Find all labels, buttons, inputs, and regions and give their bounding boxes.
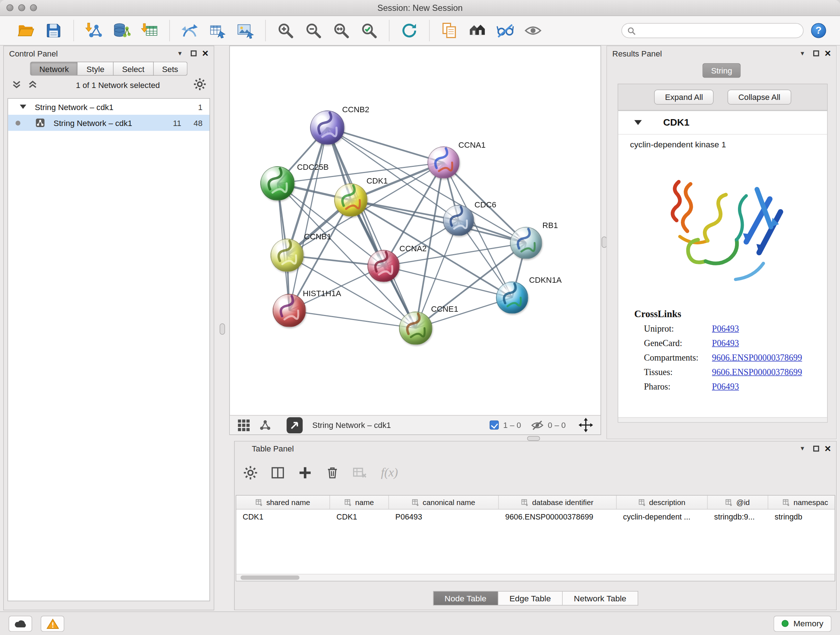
graph-node-cdk1[interactable] bbox=[334, 184, 368, 217]
crosslink-link[interactable]: 9606.ENSP00000378699 bbox=[712, 352, 802, 363]
graph-node-ccna1[interactable] bbox=[428, 146, 460, 179]
collapse-panel-icon[interactable]: ▼ bbox=[799, 445, 805, 452]
left-splitter-handle[interactable] bbox=[219, 323, 225, 334]
crosslink-link[interactable]: 9606.ENSP00000378699 bbox=[712, 367, 802, 378]
collapse-panel-icon[interactable]: ▼ bbox=[177, 50, 183, 57]
copy-document-icon[interactable] bbox=[438, 19, 461, 42]
graph-node-ccna2[interactable] bbox=[368, 250, 400, 282]
float-panel-icon[interactable] bbox=[813, 445, 819, 451]
crosslink-link[interactable]: P06493 bbox=[712, 338, 739, 348]
save-session-icon[interactable] bbox=[42, 19, 65, 42]
column-header-name[interactable]: name bbox=[330, 496, 389, 509]
zoom-in-icon[interactable] bbox=[274, 19, 297, 42]
close-panel-icon[interactable]: × bbox=[825, 443, 831, 454]
home-icon[interactable] bbox=[466, 19, 488, 42]
network-collection-row[interactable]: String Network – cdk1 1 bbox=[8, 99, 210, 115]
column-header-database-identifier[interactable]: database identifier bbox=[499, 496, 617, 509]
show-panels-eye-icon[interactable] bbox=[522, 19, 544, 42]
crosslinks-list: Uniprot:P06493GeneCard:P06493Compartment… bbox=[618, 323, 827, 392]
node-label-cdkn1a: CDKN1A bbox=[529, 276, 561, 285]
graph-edge[interactable] bbox=[289, 128, 327, 310]
graph-node-ccnb1[interactable] bbox=[271, 239, 304, 272]
apply-layout-icon[interactable] bbox=[398, 19, 420, 42]
cloud-button[interactable] bbox=[9, 616, 32, 631]
show-columns-icon[interactable] bbox=[270, 464, 286, 480]
network-options-gear-icon[interactable] bbox=[194, 78, 208, 92]
table-options-gear-icon[interactable] bbox=[242, 464, 258, 480]
delete-column-icon[interactable] bbox=[324, 464, 340, 480]
results-tab-string[interactable]: String bbox=[703, 63, 741, 78]
export-view-button[interactable] bbox=[286, 417, 302, 433]
open-session-icon[interactable] bbox=[14, 19, 37, 42]
warnings-button[interactable] bbox=[41, 616, 65, 631]
graph-edge[interactable] bbox=[327, 128, 416, 328]
pan-move-icon[interactable] bbox=[578, 418, 593, 432]
tree-expand-icon[interactable] bbox=[20, 105, 27, 109]
graph-node-cdc25b[interactable] bbox=[261, 166, 295, 201]
network-graph[interactable]: CCNB2CCNA1CDC25BCDK1CDC6RB1CCNB1CCNA2CDK… bbox=[230, 46, 600, 415]
graph-node-ccnb2[interactable] bbox=[310, 111, 344, 145]
graph-edge[interactable] bbox=[289, 310, 416, 328]
crosslinks-heading: CrossLinks bbox=[634, 309, 827, 320]
crosslink-link[interactable]: P06493 bbox=[712, 323, 739, 334]
export-image-icon[interactable] bbox=[234, 19, 256, 42]
zoom-selected-icon[interactable] bbox=[358, 19, 380, 42]
close-panel-icon[interactable]: × bbox=[202, 48, 208, 59]
table-horizontal-scrollbar[interactable] bbox=[236, 574, 835, 581]
collapse-all-icon[interactable] bbox=[10, 78, 23, 91]
tab-select[interactable]: Select bbox=[114, 62, 154, 76]
column-header-shared-name[interactable]: shared name bbox=[236, 496, 330, 509]
float-panel-icon[interactable] bbox=[191, 50, 197, 56]
float-panel-icon[interactable] bbox=[813, 50, 819, 56]
table-cell: stringdb bbox=[768, 512, 835, 521]
add-column-icon[interactable] bbox=[297, 464, 313, 480]
tab-sets[interactable]: Sets bbox=[153, 62, 187, 76]
graph-node-ccne1[interactable] bbox=[399, 312, 432, 345]
memory-button[interactable]: Memory bbox=[774, 616, 831, 631]
import-table-icon[interactable] bbox=[138, 19, 161, 42]
column-header-description[interactable]: description bbox=[616, 496, 707, 509]
column-header-namespac[interactable]: namespac bbox=[768, 496, 835, 509]
graph-node-rb1[interactable] bbox=[510, 227, 542, 259]
hide-unhide-icon[interactable] bbox=[494, 19, 516, 42]
crosslink-link[interactable]: P06493 bbox=[712, 381, 739, 392]
expand-all-button[interactable]: Expand All bbox=[654, 89, 714, 104]
graph-edge[interactable] bbox=[327, 128, 444, 163]
column-header-canonical-name[interactable]: canonical name bbox=[389, 496, 499, 509]
tab-network-table[interactable]: Network Table bbox=[562, 591, 638, 606]
import-network-database-icon[interactable] bbox=[111, 19, 133, 42]
table-row[interactable]: CDK1CDK1P064939606.ENSP00000378699cyclin… bbox=[236, 509, 835, 524]
horizontal-splitter-handle[interactable] bbox=[527, 436, 540, 440]
network-row-selected[interactable]: String Network – cdk1 11 48 bbox=[8, 115, 210, 131]
new-network-icon[interactable] bbox=[178, 19, 201, 42]
zoom-fit-icon[interactable] bbox=[330, 19, 352, 42]
search-input[interactable] bbox=[639, 24, 800, 37]
collection-count: 1 bbox=[198, 102, 202, 111]
scrollbar-thumb[interactable] bbox=[240, 576, 300, 580]
new-table-icon[interactable] bbox=[206, 19, 229, 42]
zoom-out-icon[interactable] bbox=[302, 19, 325, 42]
import-network-file-icon[interactable] bbox=[82, 19, 105, 42]
column-header--id[interactable]: @id bbox=[707, 496, 768, 509]
tab-style[interactable]: Style bbox=[78, 62, 113, 76]
expand-all-icon[interactable] bbox=[27, 78, 39, 91]
network-view: CCNB2CCNA1CDC25BCDK1CDC6RB1CCNB1CCNA2CDK… bbox=[229, 46, 601, 435]
collapse-entry-icon[interactable] bbox=[634, 120, 642, 125]
hidden-eye-slash-icon[interactable] bbox=[531, 418, 544, 432]
collapse-panel-icon[interactable]: ▼ bbox=[799, 50, 805, 57]
collapse-all-button[interactable]: Collapse All bbox=[728, 89, 791, 104]
graph-node-cdkn1a[interactable] bbox=[496, 282, 528, 314]
results-scrollbar[interactable] bbox=[618, 417, 827, 422]
table-cell: CDK1 bbox=[330, 512, 389, 521]
network-glyph-icon[interactable] bbox=[259, 418, 272, 432]
graph-node-cdc6[interactable] bbox=[443, 205, 474, 236]
tab-network[interactable]: Network bbox=[30, 62, 78, 76]
selected-checkbox-icon[interactable] bbox=[490, 420, 499, 429]
crosslink-label: Uniprot: bbox=[644, 323, 712, 334]
tab-edge-table[interactable]: Edge Table bbox=[498, 591, 562, 606]
help-button[interactable]: ? bbox=[811, 23, 826, 38]
graph-node-hist1h1a[interactable] bbox=[273, 294, 306, 327]
tab-node-table[interactable]: Node Table bbox=[433, 591, 498, 606]
birds-eye-grid-icon[interactable] bbox=[237, 418, 250, 432]
close-panel-icon[interactable]: × bbox=[825, 48, 831, 59]
